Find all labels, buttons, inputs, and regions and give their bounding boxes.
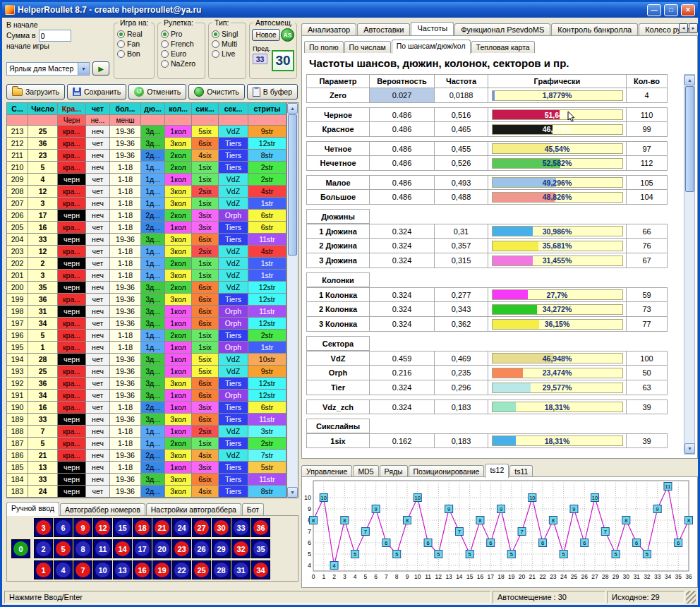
- filter-cell[interactable]: [28, 115, 58, 126]
- param-cell[interactable]: Vdz_zch: [306, 399, 370, 414]
- pad-number-32[interactable]: 32: [231, 539, 251, 558]
- radio-real[interactable]: Real: [117, 30, 151, 38]
- pad-number-2[interactable]: 2: [34, 539, 53, 558]
- param-cell[interactable]: 2 Колонка: [306, 302, 370, 317]
- column-header[interactable]: чет: [86, 103, 110, 115]
- column-header[interactable]: сик...: [192, 103, 219, 115]
- pad-number-11[interactable]: 11: [93, 539, 112, 558]
- table-row[interactable]: 21236кра...чет19-363д...3кол6sixTiers12s…: [7, 138, 286, 150]
- pad-number-33[interactable]: 33: [231, 518, 251, 537]
- pad-number-10[interactable]: 10: [93, 560, 112, 579]
- column-header[interactable]: сек...: [219, 103, 248, 115]
- toolbar-button-save[interactable]: Сохранить: [67, 84, 126, 100]
- param-cell[interactable]: 3 Дюжина: [306, 253, 370, 268]
- table-row[interactable]: 19936кра...чет19-363д...3кол6sixTiers12s…: [7, 294, 286, 306]
- pad-number-7[interactable]: 7: [73, 560, 92, 579]
- radio-french[interactable]: French: [161, 40, 202, 48]
- tab-настройки-автограббера[interactable]: Настройки автограббера: [146, 503, 241, 515]
- close-button[interactable]: ✕: [681, 4, 695, 16]
- pad-number-23[interactable]: 23: [172, 539, 191, 558]
- spins-table-scrollbar[interactable]: ▲ ▼: [286, 103, 298, 498]
- pad-number-13[interactable]: 13: [113, 560, 132, 579]
- param-cell[interactable]: Малое: [306, 175, 370, 190]
- table-row[interactable]: 2105кра...неч1-181д...2кол1sixTiers2str: [7, 162, 286, 174]
- tab-контроль-банкролла[interactable]: Контроль банкролла: [551, 23, 638, 35]
- pad-number-17[interactable]: 17: [133, 539, 152, 558]
- pad-number-5[interactable]: 5: [54, 539, 73, 558]
- scroll-down-icon[interactable]: ▼: [684, 443, 695, 454]
- param-cell[interactable]: 3 Колонка: [306, 317, 370, 332]
- column-header[interactable]: Кра...: [58, 103, 86, 115]
- table-row[interactable]: 18933черннеч19-363д...3кол6sixTiers11str: [7, 414, 286, 426]
- table-row[interactable]: 21325кра...неч19-363д...1кол5sixVdZ9str: [7, 126, 286, 138]
- maximize-button[interactable]: □: [664, 4, 678, 16]
- filter-cell[interactable]: [248, 115, 286, 126]
- scroll-down-icon[interactable]: ▼: [287, 487, 298, 498]
- toolbar-button-undo[interactable]: ↺Отменить: [128, 84, 186, 100]
- radio-singl[interactable]: Singl: [212, 30, 243, 38]
- scroll-up-icon[interactable]: ▲: [684, 75, 695, 85]
- start-sum-input[interactable]: [39, 30, 71, 42]
- table-row[interactable]: 20035черннеч19-363д...2кол6sixVdZ12str: [7, 282, 286, 294]
- section-header[interactable]: Дюжины: [306, 209, 370, 224]
- pad-number-36[interactable]: 36: [251, 518, 270, 537]
- pad-number-18[interactable]: 18: [133, 518, 152, 537]
- table-row[interactable]: 2022чернчет1-181д...2кол1sixVdZ1str: [7, 258, 286, 270]
- tab-функционал-psevdoms[interactable]: Функционал PsevdoMS: [454, 23, 550, 35]
- radio-nazero[interactable]: NaZero: [161, 59, 202, 68]
- pad-number-16[interactable]: 16: [133, 560, 152, 579]
- table-row[interactable]: 1951кра...неч1-181д...1кол1sixOrph1str: [7, 342, 286, 354]
- table-row[interactable]: 18324чернчет19-362д...3кол4sixTiers8str: [7, 486, 286, 498]
- filter-cell[interactable]: менш: [110, 115, 141, 126]
- pad-number-14[interactable]: 14: [113, 539, 132, 558]
- radio-pro[interactable]: Pro: [161, 30, 202, 38]
- preset-combobox[interactable]: Ярлык для Мастер ▼: [6, 62, 90, 76]
- radio-fan[interactable]: Fan: [117, 40, 151, 48]
- radio-euro[interactable]: Euro: [161, 49, 202, 58]
- tab-по-полю[interactable]: По полю: [304, 41, 344, 53]
- column-header[interactable]: С...: [7, 103, 28, 115]
- table-row[interactable]: 19236кра...чет19-363д...3кол6sixTiers12s…: [7, 378, 286, 390]
- table-row[interactable]: 19428чернчет19-363д...1кол5sixVdZ10str: [7, 354, 286, 366]
- column-header[interactable]: Число: [28, 103, 58, 115]
- table-row[interactable]: 20312кра...чет1-181д...3кол2sixVdZ4str: [7, 246, 286, 258]
- new-button[interactable]: Новое: [252, 29, 280, 41]
- table-row[interactable]: 2073кра...неч1-181д...3кол1sixVdZ1str: [7, 198, 286, 210]
- column-header[interactable]: кол...: [165, 103, 192, 115]
- as-icon[interactable]: AS: [281, 28, 294, 42]
- table-row[interactable]: 20617черннеч1-182д...2кол3sixOrph6str: [7, 210, 286, 222]
- pad-number-8[interactable]: 8: [73, 539, 92, 558]
- tab-автограббер-номеров[interactable]: Автограббер номеров: [60, 503, 145, 515]
- param-cell[interactable]: Orph: [306, 366, 370, 380]
- tab-ts11[interactable]: ts11: [509, 465, 533, 477]
- pad-number-12[interactable]: 12: [93, 518, 112, 537]
- tab-по-числам[interactable]: По числам: [344, 41, 391, 53]
- scroll-thumb[interactable]: [288, 114, 297, 256]
- scroll-up-icon[interactable]: ▲: [287, 103, 298, 114]
- table-row[interactable]: 1965кра...неч1-181д...2кол1sixTiers2str: [7, 330, 286, 342]
- toolbar-button-clear[interactable]: Очистить: [188, 84, 245, 100]
- filter-cell[interactable]: [7, 115, 28, 126]
- pad-number-30[interactable]: 30: [212, 518, 231, 537]
- pad-number-25[interactable]: 25: [192, 560, 211, 579]
- table-row[interactable]: 19016кра...чет1-182д...1кол3sixTiers6str: [7, 402, 286, 414]
- table-row[interactable]: 20516кра...чет1-182д...1кол3sixTiers6str: [7, 222, 286, 234]
- param-cell[interactable]: VdZ: [306, 351, 370, 366]
- pad-number-21[interactable]: 21: [152, 518, 171, 537]
- table-row[interactable]: 21123кра...неч19-362д...2кол4sixTiers8st…: [7, 150, 286, 162]
- filter-cell[interactable]: [165, 115, 192, 126]
- filter-cell[interactable]: [219, 115, 248, 126]
- tab-по-шансам-дюж-кол[interactable]: По шансам/дюж/кол: [392, 40, 471, 54]
- table-row[interactable]: 18433черннеч19-363д...3кол6sixTiers11str: [7, 474, 286, 486]
- tabs-scroll-left-icon[interactable]: ◄: [679, 23, 688, 33]
- radio-multi[interactable]: Multi: [212, 40, 243, 48]
- table-row[interactable]: 1875кра...неч1-181д...2кол1sixTiers2str: [7, 438, 286, 450]
- table-row[interactable]: 18513черннеч1-182д...1кол3sixTiers5str: [7, 462, 286, 474]
- pad-number-22[interactable]: 22: [172, 560, 191, 579]
- pad-number-19[interactable]: 19: [152, 560, 171, 579]
- scroll-thumb[interactable]: [685, 86, 694, 192]
- tabs-scroll-right-icon[interactable]: ►: [689, 23, 698, 33]
- param-cell[interactable]: Большое: [306, 190, 370, 205]
- pad-number-1[interactable]: 1: [34, 560, 53, 579]
- pad-number-27[interactable]: 27: [192, 518, 211, 537]
